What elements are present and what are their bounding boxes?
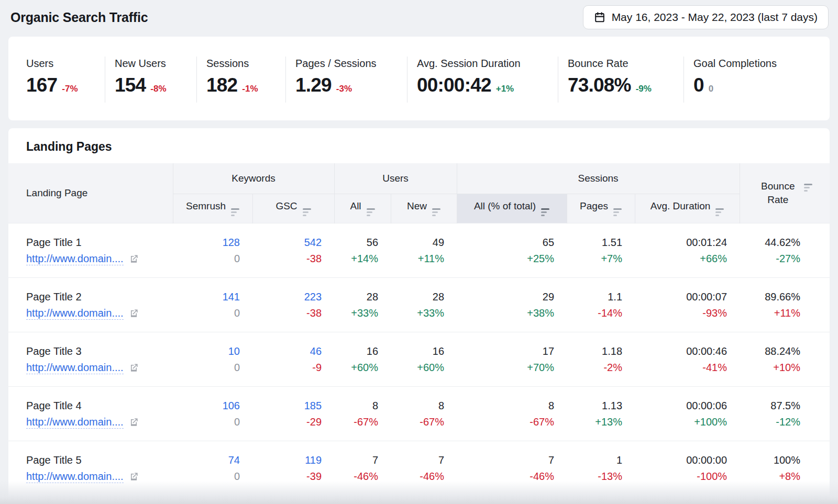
external-link-icon[interactable] [129, 254, 139, 264]
cell-delta: +33% [334, 306, 378, 320]
stat-label: Avg. Session Duration [417, 58, 553, 70]
cell-gsc: 46-9 [252, 332, 334, 386]
cell-delta: -14% [567, 306, 622, 320]
cell-delta: -13% [567, 469, 622, 483]
stat-value: 182 [206, 74, 237, 96]
cell-value: 49 [391, 236, 444, 249]
stat-goal-completions: Goal Completions 0 0 [683, 57, 830, 103]
cell-value: 28 [334, 290, 378, 304]
column-header-avg-duration[interactable]: Avg. Duration [635, 194, 740, 223]
cell-delta: 0 [173, 361, 240, 374]
cell-semrush: 1280 [173, 223, 252, 277]
column-header-gsc[interactable]: GSC [252, 194, 334, 223]
stat-avg-session-duration: Avg. Session Duration 00:00:42 +1% [407, 57, 558, 103]
cell-avg-duration: 00:00:06+100% [635, 386, 740, 441]
landing-page-cell: Page Title 4 http://www.domain.... [8, 386, 173, 441]
page-url-link[interactable]: http://www.domain.... [26, 361, 124, 374]
column-header-pages[interactable]: Pages [567, 194, 635, 223]
cell-value: 106 [173, 399, 240, 412]
cell-bounce-rate: 89.66%+11% [740, 277, 830, 332]
stat-new-users: New Users 154 -8% [105, 57, 196, 103]
external-link-icon[interactable] [129, 417, 139, 427]
column-header-users-all[interactable]: All [334, 194, 391, 223]
sort-icon [231, 208, 239, 216]
cell-value: 1 [567, 453, 622, 467]
cell-semrush: 1060 [173, 386, 252, 441]
landing-pages-table: Landing Page Keywords Users Sessions Bou… [8, 163, 830, 495]
cell-value: 16 [391, 344, 444, 358]
date-range-picker[interactable]: May 16, 2023 - May 22, 2023 (last 7 days… [583, 5, 829, 29]
cell-delta: 0 [173, 252, 240, 265]
stat-label: Pages / Sessions [295, 58, 402, 70]
cell-delta: -27% [740, 252, 800, 265]
stat-delta: -7% [62, 84, 78, 94]
cell-semrush: 100 [173, 332, 252, 386]
cell-delta: +60% [334, 361, 378, 374]
cell-value: 00:00:46 [635, 344, 727, 358]
external-link-icon[interactable] [129, 308, 139, 318]
cell-pages: 1.18-2% [567, 332, 635, 386]
landing-page-cell: Page Title 1 http://www.domain.... [8, 223, 173, 277]
column-label: All (% of total) [474, 200, 536, 211]
cell-value: 1.1 [567, 290, 622, 304]
cell-sessions-all: 17+70% [457, 332, 567, 386]
page-url-link[interactable]: http://www.domain.... [26, 416, 124, 429]
overview-stats-card: Users 167 -7% New Users 154 -8% Sessions… [8, 37, 830, 120]
sort-icon [715, 208, 724, 216]
stat-delta: -1% [242, 84, 258, 94]
sort-icon [367, 208, 375, 216]
sort-icon [303, 208, 311, 216]
page-url-link[interactable]: http://www.domain.... [26, 307, 124, 320]
cell-delta: -38 [252, 252, 322, 265]
table-row: Page Title 3 http://www.domain.... 100 4… [8, 332, 830, 386]
cell-delta: +11% [391, 252, 444, 265]
column-header-users-new[interactable]: New [391, 194, 457, 223]
column-header-semrush[interactable]: Semrush [173, 194, 252, 223]
page-url-link[interactable]: http://www.domain.... [26, 252, 124, 265]
cell-value: 119 [252, 453, 322, 467]
cell-value: 542 [252, 236, 322, 249]
group-header-users: Users [334, 163, 457, 194]
cell-delta: -12% [740, 415, 800, 429]
cell-delta: -67% [391, 415, 444, 429]
cell-gsc: 119-39 [252, 441, 334, 495]
cell-value: 7 [457, 453, 554, 467]
stat-users: Users 167 -7% [8, 57, 105, 103]
stat-label: New Users [115, 58, 191, 70]
page-url-link[interactable]: http://www.domain.... [26, 470, 124, 483]
external-link-icon[interactable] [129, 472, 139, 481]
cell-delta: 0 [173, 415, 240, 429]
date-range-label: May 16, 2023 - May 22, 2023 (last 7 days… [612, 11, 818, 24]
cell-value: 1.18 [567, 344, 622, 358]
external-link-icon[interactable] [129, 363, 139, 373]
cell-value: 00:00:06 [635, 399, 727, 412]
cell-bounce-rate: 88.24%+10% [740, 332, 830, 386]
cell-users-new: 28+33% [391, 277, 457, 332]
cell-value: 8 [334, 399, 378, 412]
cell-delta: +38% [457, 306, 554, 320]
landing-page-cell: Page Title 3 http://www.domain.... [8, 332, 173, 386]
cell-delta: -93% [635, 306, 727, 320]
cell-value: 74 [173, 453, 240, 467]
group-header-keywords: Keywords [173, 163, 334, 194]
cell-sessions-all: 29+38% [457, 277, 567, 332]
stat-delta: -9% [636, 84, 652, 94]
page-title: Organic Search Traffic [10, 10, 148, 25]
cell-value: 28 [391, 290, 444, 304]
cell-value: 16 [334, 344, 378, 358]
stat-value: 167 [26, 74, 57, 96]
column-header-sessions-all[interactable]: All (% of total) [457, 194, 567, 223]
column-header-bounce-rate[interactable]: Bounce Rate [740, 163, 830, 223]
column-label: Semrush [186, 200, 226, 211]
stat-delta: 0 [709, 84, 713, 94]
column-label: Bounce Rate [757, 180, 799, 207]
cell-value: 8 [391, 399, 444, 412]
cell-delta: +60% [391, 361, 444, 374]
cell-users-new: 7-46% [391, 441, 457, 495]
cell-value: 29 [457, 290, 554, 304]
cell-users-new: 49+11% [391, 223, 457, 277]
cell-value: 10 [173, 344, 240, 358]
landing-pages-title: Landing Pages [8, 128, 830, 163]
sort-icon [804, 184, 812, 192]
cell-delta: -46% [334, 469, 378, 483]
